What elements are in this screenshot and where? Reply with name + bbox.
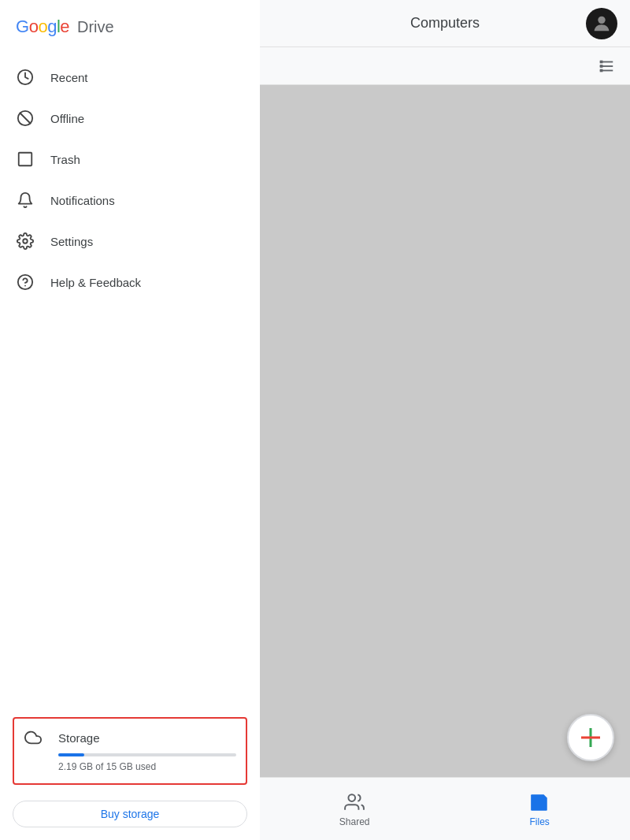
files-icon (528, 791, 550, 813)
svg-point-4 (23, 239, 28, 243)
svg-rect-11 (600, 60, 603, 63)
fab-plus-icon (581, 728, 600, 747)
svg-rect-12 (600, 65, 603, 68)
sidebar-item-recent[interactable]: Recent (0, 57, 260, 98)
gear-icon (16, 232, 35, 251)
storage-bar-fill (58, 753, 84, 756)
main-content: Computers (260, 0, 630, 840)
avatar[interactable] (586, 8, 617, 39)
tab-files-label: Files (529, 816, 549, 827)
sidebar-item-help-label: Help & Feedback (50, 276, 141, 289)
page-title: Computers (410, 15, 480, 32)
app-container: Google Drive Recent (0, 0, 630, 840)
svg-rect-13 (600, 69, 603, 72)
cloud-icon (24, 728, 43, 747)
sidebar-item-offline[interactable]: Offline (0, 98, 260, 139)
sidebar-item-offline-label: Offline (50, 112, 84, 125)
help-icon (16, 273, 35, 292)
sidebar-item-recent-label: Recent (50, 71, 88, 84)
sidebar-item-trash[interactable]: Trash (0, 139, 260, 180)
google-logo-text: Google (16, 17, 69, 37)
sidebar-header: Google Drive (0, 0, 260, 50)
sidebar: Google Drive Recent (0, 0, 260, 840)
logo-container[interactable]: Google Drive (16, 17, 114, 37)
fab-button[interactable] (567, 714, 614, 761)
sidebar-item-notifications[interactable]: Notifications (0, 180, 260, 221)
buy-storage-button[interactable]: Buy storage (13, 801, 247, 827)
tab-shared-label: Shared (339, 816, 370, 827)
storage-section: Storage 2.19 GB of 15 GB used (13, 717, 247, 785)
storage-bar-track (58, 753, 236, 756)
shared-icon (343, 791, 365, 813)
list-view-icon[interactable] (595, 55, 617, 77)
svg-point-7 (598, 16, 605, 23)
sidebar-item-notifications-label: Notifications (50, 194, 115, 207)
svg-line-2 (20, 113, 31, 124)
sidebar-item-help[interactable]: Help & Feedback (0, 262, 260, 303)
toolbar-area (260, 47, 630, 85)
bell-icon (16, 191, 35, 210)
svg-point-14 (349, 794, 356, 801)
clock-icon (16, 68, 35, 87)
storage-used-text: 2.19 GB of 15 GB used (58, 761, 236, 772)
main-header: Computers (260, 0, 630, 47)
tab-files[interactable]: Files (503, 785, 576, 834)
sidebar-item-settings[interactable]: Settings (0, 221, 260, 262)
sidebar-item-trash-label: Trash (50, 153, 80, 166)
sidebar-item-settings-label: Settings (50, 235, 93, 248)
drive-logo-text: Drive (77, 18, 114, 36)
tab-shared[interactable]: Shared (314, 785, 395, 834)
bottom-bar: Shared Files (260, 777, 630, 840)
sidebar-nav: Recent Offline Trash (0, 50, 260, 711)
storage-header: Storage (24, 728, 236, 747)
trash-icon (16, 150, 35, 169)
offline-icon (16, 109, 35, 128)
svg-rect-3 (19, 153, 32, 166)
storage-label: Storage (58, 731, 100, 745)
